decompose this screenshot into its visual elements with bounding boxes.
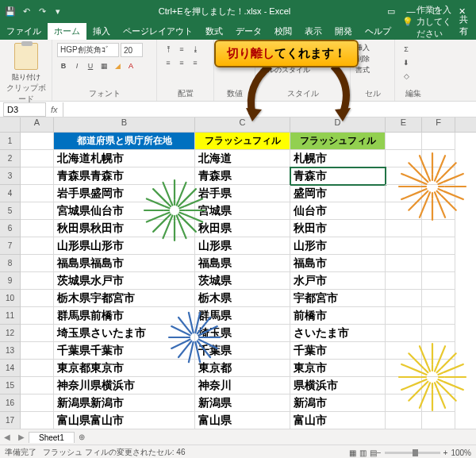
cell[interactable] [386, 202, 422, 220]
cells-format-button[interactable]: 書式 [355, 65, 370, 75]
cell[interactable] [386, 185, 422, 202]
row-header[interactable]: 12 [0, 325, 21, 342]
cell[interactable] [422, 360, 455, 377]
cell[interactable] [386, 325, 422, 342]
cell[interactable]: 前橋市 [290, 307, 386, 325]
cell[interactable]: 秋田市 [290, 220, 386, 237]
align-center-button[interactable]: ≡ [175, 56, 188, 69]
cell[interactable]: 茨城県水戸市 [54, 272, 195, 290]
cell[interactable]: 宮城県 [195, 202, 290, 220]
cell[interactable] [386, 150, 422, 167]
cell[interactable] [21, 342, 54, 360]
cell[interactable]: 富山県 [195, 412, 290, 429]
fill-color-button[interactable]: ◢ [111, 60, 124, 72]
row-header[interactable]: 9 [0, 272, 21, 290]
cell[interactable] [386, 412, 422, 429]
cell[interactable] [386, 307, 422, 325]
cell[interactable] [422, 185, 455, 202]
cell[interactable] [422, 255, 455, 272]
cell[interactable]: 神奈川県横浜市 [54, 377, 195, 394]
cell[interactable]: 山形県 [195, 237, 290, 255]
cell[interactable]: 宮城県仙台市 [54, 202, 195, 220]
row-header[interactable]: 3 [0, 167, 21, 185]
fx-icon[interactable]: fx [51, 105, 58, 114]
cell[interactable] [21, 220, 54, 237]
cell[interactable]: 水戸市 [290, 272, 386, 290]
cell[interactable]: 岩手県 [195, 185, 290, 202]
cell[interactable]: 栃木県 [195, 290, 290, 307]
grid-body[interactable]: 1都道府県と県庁所在地フラッシュフィルフラッシュフィル2北海道札幌市北海道札幌市… [0, 133, 476, 429]
align-bottom-button[interactable]: ⭳ [189, 43, 202, 56]
cell[interactable] [386, 290, 422, 307]
cell[interactable]: 茨城県 [195, 272, 290, 290]
view-page-icon[interactable]: ▥ [359, 448, 367, 457]
cell[interactable] [386, 360, 422, 377]
select-all-corner[interactable] [0, 117, 21, 132]
row-header[interactable]: 6 [0, 220, 21, 237]
cell[interactable] [21, 272, 54, 290]
tab-home[interactable]: ホーム [48, 23, 86, 40]
row-header[interactable]: 7 [0, 237, 21, 255]
cell[interactable] [21, 360, 54, 377]
cell[interactable] [422, 290, 455, 307]
tab-insert[interactable]: 挿入 [86, 23, 117, 40]
row-header[interactable]: 1 [0, 133, 21, 150]
cell[interactable]: 群馬県 [195, 307, 290, 325]
row-header[interactable]: 17 [0, 412, 21, 429]
cell[interactable] [21, 377, 54, 394]
font-color-button[interactable]: A [125, 60, 137, 72]
cell[interactable] [422, 307, 455, 325]
cell[interactable] [422, 342, 455, 360]
italic-button[interactable]: I [71, 60, 83, 72]
cell[interactable] [21, 150, 54, 167]
cell[interactable]: 青森県 [195, 167, 290, 185]
underline-button[interactable]: U [84, 60, 97, 72]
zoom-slider[interactable] [385, 452, 440, 454]
tab-data[interactable]: データ [229, 23, 268, 40]
cell[interactable] [21, 412, 54, 429]
cell[interactable] [422, 237, 455, 255]
col-header-f[interactable]: F [422, 117, 455, 132]
cell[interactable] [422, 150, 455, 167]
align-top-button[interactable]: ⭱ [162, 43, 175, 56]
cell[interactable] [386, 133, 422, 150]
view-normal-icon[interactable]: ▦ [349, 448, 356, 457]
cell[interactable]: 新潟県 [195, 394, 290, 412]
cell[interactable]: 北海道 [195, 150, 290, 167]
cell[interactable] [386, 167, 422, 185]
cell[interactable]: 福島県福島市 [54, 255, 195, 272]
cell[interactable] [386, 220, 422, 237]
font-name-selector[interactable]: HGP創英角ｺﾞ [57, 43, 119, 57]
align-right-button[interactable]: ≡ [189, 56, 202, 69]
align-middle-button[interactable]: ≡ [175, 43, 188, 56]
cell[interactable] [21, 255, 54, 272]
qat-more-icon[interactable]: ▾ [52, 6, 63, 17]
cell[interactable]: 東京都東京市 [54, 360, 195, 377]
cell[interactable]: 東京都 [195, 360, 290, 377]
sheet-tab[interactable]: Sheet1 [29, 432, 75, 443]
cell[interactable] [422, 394, 455, 412]
cell[interactable]: 千葉県千葉市 [54, 342, 195, 360]
cell[interactable] [386, 342, 422, 360]
cell[interactable] [21, 307, 54, 325]
header-cell-c[interactable]: フラッシュフィル [195, 133, 290, 150]
cell[interactable]: 富山市 [290, 412, 386, 429]
sheet-nav-next[interactable]: ▶ [14, 433, 29, 441]
cell[interactable]: 県横浜市 [290, 377, 386, 394]
cell[interactable] [21, 185, 54, 202]
cell[interactable]: 盛岡市 [290, 185, 386, 202]
share-button[interactable]: 共有 [451, 11, 476, 40]
paste-icon[interactable] [14, 43, 38, 70]
cell[interactable]: 青森県青森市 [54, 167, 195, 185]
cell[interactable] [422, 133, 455, 150]
cell[interactable]: 新潟市 [290, 394, 386, 412]
tab-help[interactable]: ヘルプ [359, 23, 397, 40]
tab-file[interactable]: ファイル [0, 23, 48, 40]
cell[interactable] [386, 237, 422, 255]
col-header-e[interactable]: E [386, 117, 422, 132]
tab-review[interactable]: 校閲 [268, 23, 298, 40]
bold-button[interactable]: B [57, 60, 70, 72]
cell[interactable] [422, 272, 455, 290]
zoom-in-button[interactable]: + [443, 448, 448, 457]
tab-view[interactable]: 表示 [298, 23, 328, 40]
